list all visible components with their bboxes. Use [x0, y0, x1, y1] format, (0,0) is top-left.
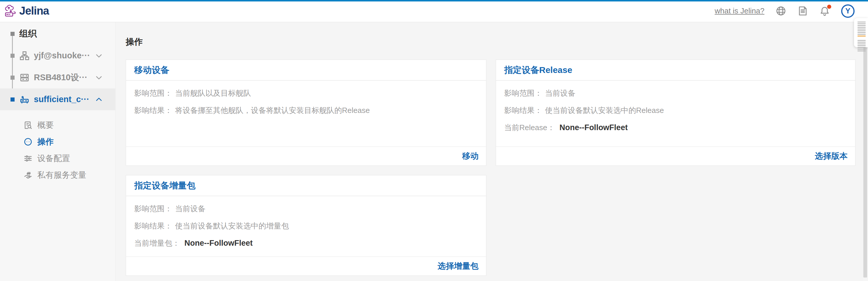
operations-icon [23, 137, 33, 147]
action-move-device[interactable]: 移动 [462, 151, 478, 162]
info-value: 使当前设备默认安装选中的Release [545, 105, 664, 116]
chevron-down-icon[interactable] [95, 52, 103, 60]
sidebar-sub-menu: 概要 操作 设备配置 私有服务变量 [0, 117, 115, 183]
cloud-logo-icon [4, 4, 18, 18]
info-label: 影响范围： [134, 88, 172, 98]
card-header: 指定设备增量包 [126, 175, 486, 196]
hierarchy-icon [19, 51, 30, 61]
card-body: 影响范围： 当前舰队以及目标舰队 影响结果： 将设备挪至其他舰队，设备将默认安装… [126, 81, 486, 147]
card-info-row: 当前增量包： None--FollowFleet [134, 238, 478, 248]
scrollbar-thumb[interactable] [863, 26, 867, 278]
card-footer: 选择版本 [496, 147, 855, 165]
top-header: Jelina what is Jelina? Y [0, 0, 868, 22]
app-logo[interactable]: Jelina [4, 4, 49, 18]
card-info-row: 影响范围： 当前设备 [504, 88, 847, 98]
card-header: 移动设备 [126, 60, 486, 81]
info-value: 当前设备 [175, 204, 206, 214]
sidebar-item-label: RSB4810设··· [34, 72, 88, 84]
sidebar-sub-item-label: 设备配置 [37, 153, 70, 164]
info-label: 当前增量包： [134, 238, 180, 248]
info-value: 将设备挪至其他舰队，设备将默认安装目标舰队的Release [175, 105, 370, 116]
sidebar-sub-item-overview[interactable]: 概要 [0, 117, 115, 133]
help-link[interactable]: what is Jelina? [715, 6, 765, 15]
server-icon [19, 72, 30, 83]
card-info-row: 影响结果： 将设备挪至其他舰队，设备将默认安装目标舰队的Release [134, 105, 478, 116]
page-title: 操作 [126, 36, 855, 48]
tree-node-marker [10, 75, 14, 80]
document-icon[interactable] [797, 5, 808, 16]
sidebar-sub-item-variables[interactable]: 私有服务变量 [0, 167, 115, 183]
globe-icon[interactable] [776, 5, 786, 16]
info-value: 当前舰队以及目标舰队 [175, 88, 251, 98]
chevron-down-icon[interactable] [95, 73, 103, 82]
sidebar-item-org-node[interactable]: yjf@shuoke··· [0, 45, 115, 66]
info-label: 影响结果： [134, 105, 172, 116]
chevron-up-icon[interactable] [95, 95, 103, 103]
variables-icon [23, 170, 33, 180]
sidebar-sub-item-config[interactable]: 设备配置 [0, 150, 115, 167]
sidebar-tree: yjf@shuoke··· RSB4810设··· sufficient_c··… [0, 45, 115, 110]
card-body: 影响范围： 当前设备 影响结果： 使当前设备默认安装选中的增量包 当前增量包： … [126, 196, 486, 256]
app-logo-text: Jelina [19, 5, 49, 17]
sidebar-sub-item-operations[interactable]: 操作 [0, 133, 115, 150]
card-info-row: 影响范围： 当前舰队以及目标舰队 [134, 88, 478, 98]
device-icon [19, 94, 30, 105]
info-value: 使当前设备默认安装选中的增量包 [175, 221, 289, 231]
minimap-widget[interactable] [854, 18, 868, 47]
info-value: 当前设备 [545, 88, 576, 98]
sidebar-item-fleet-node[interactable]: RSB4810设··· [0, 66, 115, 88]
card-body: 影响范围： 当前设备 影响结果： 使当前设备默认安装选中的Release 当前R… [496, 81, 855, 147]
sidebar-item-label: yjf@shuoke··· [34, 51, 90, 60]
sidebar-sub-item-label: 私有服务变量 [37, 169, 86, 181]
vertical-scrollbar[interactable] [863, 22, 868, 281]
card-title: 移动设备 [134, 64, 169, 76]
main-content: 操作 移动设备 影响范围： 当前舰队以及目标舰队 影响结果： 将设备挪至其他舰队… [116, 22, 868, 281]
notifications-button[interactable] [819, 5, 830, 16]
tree-node-marker [10, 54, 14, 58]
card-assign-incremental-package: 指定设备增量包 影响范围： 当前设备 影响结果： 使当前设备默认安装选中的增量包… [126, 175, 486, 276]
card-title: 指定设备Release [504, 64, 572, 76]
card-header: 指定设备Release [496, 60, 855, 81]
action-assign-incremental-package[interactable]: 选择增量包 [438, 260, 478, 272]
sidebar-item-device-node[interactable]: sufficient_c··· [0, 88, 115, 110]
overview-icon [23, 121, 33, 130]
sidebar: 组织 yjf@shuoke··· RSB4810设··· sufficient_… [0, 22, 116, 281]
info-label: 影响范围： [504, 88, 542, 98]
sidebar-sub-item-label: 概要 [37, 120, 54, 131]
tree-node-marker [10, 97, 14, 101]
info-label: 影响范围： [134, 204, 172, 214]
sidebar-sub-item-label: 操作 [37, 136, 54, 147]
info-label: 影响结果： [504, 105, 542, 116]
operations-card-grid: 移动设备 影响范围： 当前舰队以及目标舰队 影响结果： 将设备挪至其他舰队，设备… [126, 60, 855, 276]
info-value: None--FollowFleet [559, 123, 628, 132]
header-actions: what is Jelina? Y [715, 4, 855, 18]
card-title: 指定设备增量包 [134, 180, 195, 192]
sidebar-root-label: 组织 [19, 28, 37, 40]
info-value: None--FollowFleet [184, 239, 253, 248]
notification-badge [827, 5, 831, 9]
card-info-row: 影响结果： 使当前设备默认安装选中的增量包 [134, 221, 478, 231]
card-info-row: 影响范围： 当前设备 [134, 204, 478, 214]
info-label: 影响结果： [134, 221, 172, 231]
top-accent-bar [0, 0, 868, 1]
card-info-row: 当前Release： None--FollowFleet [504, 123, 847, 133]
config-icon [23, 154, 33, 163]
card-info-row: 影响结果： 使当前设备默认安装选中的Release [504, 105, 847, 116]
info-label: 当前Release： [504, 123, 555, 133]
card-footer: 选择增量包 [126, 256, 486, 276]
avatar[interactable]: Y [841, 4, 855, 18]
card-move-device: 移动设备 影响范围： 当前舰队以及目标舰队 影响结果： 将设备挪至其他舰队，设备… [126, 60, 486, 166]
action-assign-release[interactable]: 选择版本 [815, 151, 847, 162]
sidebar-item-organization[interactable]: 组织 [0, 23, 115, 45]
sidebar-item-label: sufficient_c··· [34, 95, 89, 104]
card-footer: 移动 [126, 147, 486, 165]
card-assign-release: 指定设备Release 影响范围： 当前设备 影响结果： 使当前设备默认安装选中… [496, 60, 856, 166]
tree-node-marker [10, 32, 14, 36]
